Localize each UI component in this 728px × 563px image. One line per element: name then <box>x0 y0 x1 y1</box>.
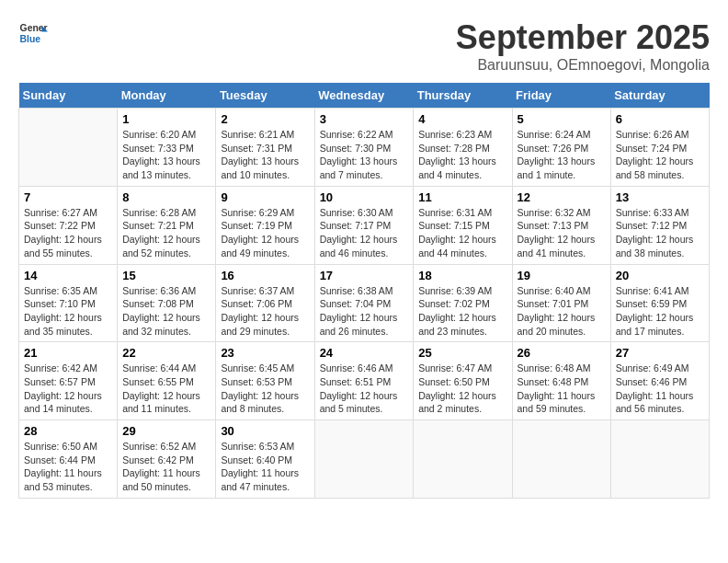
weekday-header-sunday: Sunday <box>19 83 118 109</box>
calendar-cell: 11Sunrise: 6:31 AM Sunset: 7:15 PM Dayli… <box>414 186 512 264</box>
day-number: 17 <box>320 269 409 282</box>
day-info: Sunrise: 6:44 AM Sunset: 6:55 PM Dayligh… <box>122 362 210 416</box>
day-number: 30 <box>221 424 309 438</box>
calendar-cell: 26Sunrise: 6:48 AM Sunset: 6:48 PM Dayli… <box>512 342 610 420</box>
day-number: 10 <box>320 190 409 204</box>
calendar-cell: 5Sunrise: 6:24 AM Sunset: 7:26 PM Daylig… <box>512 109 610 187</box>
logo: General Blue <box>18 18 48 48</box>
day-info: Sunrise: 6:21 AM Sunset: 7:31 PM Dayligh… <box>221 128 309 182</box>
day-number: 19 <box>518 269 606 282</box>
calendar-cell: 18Sunrise: 6:39 AM Sunset: 7:02 PM Dayli… <box>414 264 512 342</box>
month-title: September 2025 <box>456 18 710 57</box>
day-info: Sunrise: 6:40 AM Sunset: 7:01 PM Dayligh… <box>518 284 606 339</box>
calendar-cell: 12Sunrise: 6:32 AM Sunset: 7:13 PM Dayli… <box>512 186 610 264</box>
day-number: 27 <box>616 346 704 360</box>
calendar-cell: 21Sunrise: 6:42 AM Sunset: 6:57 PM Dayli… <box>19 342 118 420</box>
day-info: Sunrise: 6:47 AM Sunset: 6:50 PM Dayligh… <box>418 362 506 416</box>
weekday-header-row: SundayMondayTuesdayWednesdayThursdayFrid… <box>19 83 710 109</box>
day-number: 3 <box>320 112 409 126</box>
day-info: Sunrise: 6:36 AM Sunset: 7:08 PM Dayligh… <box>122 284 210 339</box>
calendar-cell: 25Sunrise: 6:47 AM Sunset: 6:50 PM Dayli… <box>414 342 512 420</box>
calendar-cell <box>610 420 709 499</box>
day-info: Sunrise: 6:37 AM Sunset: 7:06 PM Dayligh… <box>221 284 309 339</box>
day-info: Sunrise: 6:31 AM Sunset: 7:15 PM Dayligh… <box>418 206 506 260</box>
calendar-cell: 10Sunrise: 6:30 AM Sunset: 7:17 PM Dayli… <box>314 186 414 264</box>
calendar-table: SundayMondayTuesdayWednesdayThursdayFrid… <box>18 83 710 499</box>
day-info: Sunrise: 6:53 AM Sunset: 6:40 PM Dayligh… <box>221 440 309 494</box>
title-area: September 2025 Baruunsuu, OEmnoegovi, Mo… <box>456 18 710 74</box>
calendar-cell: 3Sunrise: 6:22 AM Sunset: 7:30 PM Daylig… <box>314 109 414 187</box>
week-row-5: 28Sunrise: 6:50 AM Sunset: 6:44 PM Dayli… <box>19 420 710 499</box>
calendar-cell <box>19 109 118 187</box>
weekday-header-tuesday: Tuesday <box>216 83 314 109</box>
day-number: 28 <box>24 424 112 438</box>
day-info: Sunrise: 6:26 AM Sunset: 7:24 PM Dayligh… <box>616 128 704 182</box>
day-number: 6 <box>616 112 704 126</box>
day-info: Sunrise: 6:50 AM Sunset: 6:44 PM Dayligh… <box>24 440 112 494</box>
calendar-cell: 8Sunrise: 6:28 AM Sunset: 7:21 PM Daylig… <box>118 186 216 264</box>
day-info: Sunrise: 6:46 AM Sunset: 6:51 PM Dayligh… <box>320 362 409 416</box>
calendar-cell: 29Sunrise: 6:52 AM Sunset: 6:42 PM Dayli… <box>118 420 216 499</box>
day-info: Sunrise: 6:41 AM Sunset: 6:59 PM Dayligh… <box>616 284 704 339</box>
day-number: 21 <box>24 346 112 360</box>
day-number: 14 <box>24 269 112 282</box>
weekday-header-monday: Monday <box>118 83 216 109</box>
calendar-cell: 22Sunrise: 6:44 AM Sunset: 6:55 PM Dayli… <box>118 342 216 420</box>
calendar-cell: 1Sunrise: 6:20 AM Sunset: 7:33 PM Daylig… <box>118 109 216 187</box>
day-number: 22 <box>122 346 210 360</box>
day-number: 11 <box>418 190 506 204</box>
day-info: Sunrise: 6:45 AM Sunset: 6:53 PM Dayligh… <box>221 362 309 416</box>
calendar-cell: 14Sunrise: 6:35 AM Sunset: 7:10 PM Dayli… <box>19 264 118 342</box>
day-info: Sunrise: 6:49 AM Sunset: 6:46 PM Dayligh… <box>616 362 704 416</box>
calendar-cell <box>414 420 512 499</box>
calendar-cell: 13Sunrise: 6:33 AM Sunset: 7:12 PM Dayli… <box>610 186 709 264</box>
weekday-header-thursday: Thursday <box>414 83 512 109</box>
day-info: Sunrise: 6:33 AM Sunset: 7:12 PM Dayligh… <box>616 206 704 260</box>
day-number: 18 <box>418 269 506 282</box>
subtitle: Baruunsuu, OEmnoegovi, Mongolia <box>456 57 710 74</box>
calendar-cell: 2Sunrise: 6:21 AM Sunset: 7:31 PM Daylig… <box>216 109 314 187</box>
day-number: 15 <box>122 269 210 282</box>
week-row-2: 7Sunrise: 6:27 AM Sunset: 7:22 PM Daylig… <box>19 186 710 264</box>
day-number: 2 <box>221 112 309 126</box>
calendar-cell: 24Sunrise: 6:46 AM Sunset: 6:51 PM Dayli… <box>314 342 414 420</box>
calendar-cell: 7Sunrise: 6:27 AM Sunset: 7:22 PM Daylig… <box>19 186 118 264</box>
day-info: Sunrise: 6:48 AM Sunset: 6:48 PM Dayligh… <box>518 362 606 416</box>
day-number: 25 <box>418 346 506 360</box>
day-number: 20 <box>616 269 704 282</box>
day-number: 9 <box>221 190 309 204</box>
day-number: 1 <box>122 112 210 126</box>
day-number: 7 <box>24 190 112 204</box>
day-info: Sunrise: 6:23 AM Sunset: 7:28 PM Dayligh… <box>418 128 506 182</box>
day-number: 23 <box>221 346 309 360</box>
day-number: 24 <box>320 346 409 360</box>
calendar-cell: 6Sunrise: 6:26 AM Sunset: 7:24 PM Daylig… <box>610 109 709 187</box>
day-info: Sunrise: 6:32 AM Sunset: 7:13 PM Dayligh… <box>518 206 606 260</box>
week-row-3: 14Sunrise: 6:35 AM Sunset: 7:10 PM Dayli… <box>19 264 710 342</box>
weekday-header-friday: Friday <box>512 83 610 109</box>
calendar-cell: 17Sunrise: 6:38 AM Sunset: 7:04 PM Dayli… <box>314 264 414 342</box>
day-info: Sunrise: 6:27 AM Sunset: 7:22 PM Dayligh… <box>24 206 112 260</box>
day-number: 26 <box>518 346 606 360</box>
svg-text:Blue: Blue <box>20 34 41 44</box>
weekday-header-wednesday: Wednesday <box>314 83 414 109</box>
calendar-cell: 20Sunrise: 6:41 AM Sunset: 6:59 PM Dayli… <box>610 264 709 342</box>
day-info: Sunrise: 6:38 AM Sunset: 7:04 PM Dayligh… <box>320 284 409 339</box>
day-info: Sunrise: 6:29 AM Sunset: 7:19 PM Dayligh… <box>221 206 309 260</box>
day-info: Sunrise: 6:35 AM Sunset: 7:10 PM Dayligh… <box>24 284 112 339</box>
day-number: 29 <box>122 424 210 438</box>
header: General Blue September 2025 Baruunsuu, O… <box>18 18 710 74</box>
calendar-cell: 28Sunrise: 6:50 AM Sunset: 6:44 PM Dayli… <box>19 420 118 499</box>
day-info: Sunrise: 6:42 AM Sunset: 6:57 PM Dayligh… <box>24 362 112 416</box>
week-row-4: 21Sunrise: 6:42 AM Sunset: 6:57 PM Dayli… <box>19 342 710 420</box>
day-info: Sunrise: 6:24 AM Sunset: 7:26 PM Dayligh… <box>518 128 606 182</box>
calendar-cell: 23Sunrise: 6:45 AM Sunset: 6:53 PM Dayli… <box>216 342 314 420</box>
weekday-header-saturday: Saturday <box>610 83 709 109</box>
calendar-cell: 15Sunrise: 6:36 AM Sunset: 7:08 PM Dayli… <box>118 264 216 342</box>
calendar-cell: 16Sunrise: 6:37 AM Sunset: 7:06 PM Dayli… <box>216 264 314 342</box>
day-number: 16 <box>221 269 309 282</box>
week-row-1: 1Sunrise: 6:20 AM Sunset: 7:33 PM Daylig… <box>19 109 710 187</box>
calendar-cell: 4Sunrise: 6:23 AM Sunset: 7:28 PM Daylig… <box>414 109 512 187</box>
day-number: 12 <box>518 190 606 204</box>
calendar-cell: 9Sunrise: 6:29 AM Sunset: 7:19 PM Daylig… <box>216 186 314 264</box>
